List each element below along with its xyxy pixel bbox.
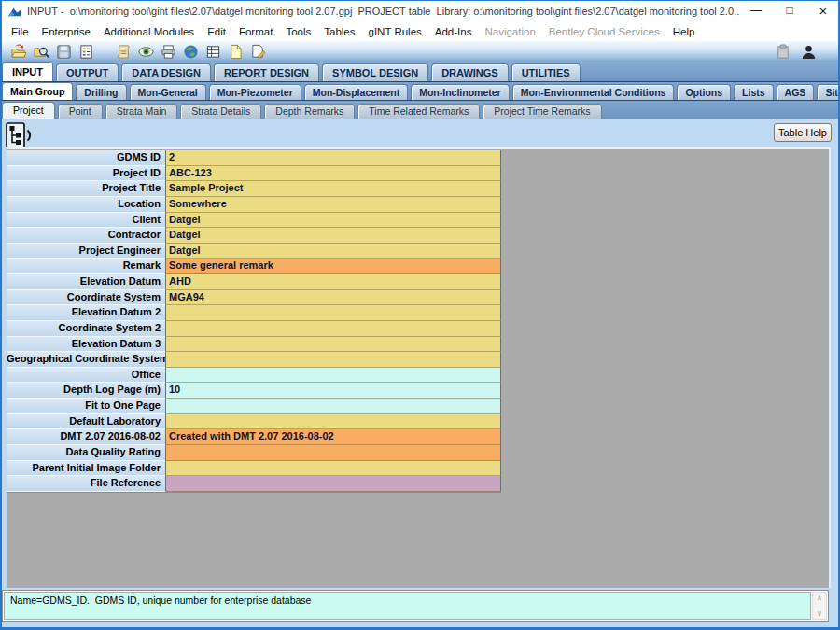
field-value-project-engineer[interactable]: Datgel — [165, 244, 501, 259]
table-hierarchy-icon[interactable] — [5, 121, 33, 149]
table-tab-time-related-remarks[interactable]: Time Related Remarks — [357, 104, 480, 119]
table-tab-strata-details[interactable]: Strata Details — [180, 104, 261, 119]
menu-item-enterprise[interactable]: Enterprise — [35, 26, 97, 37]
field-value-location[interactable]: Somewhere — [165, 197, 501, 213]
scroll-down-icon[interactable]: ∨ — [813, 609, 826, 619]
field-value-data-quality-rating[interactable] — [165, 445, 501, 461]
table-help-button[interactable]: Table Help — [774, 123, 832, 142]
field-value-office[interactable] — [165, 368, 501, 384]
message-panel: Name=GDMS_ID. GDMS ID, unique number for… — [2, 590, 829, 622]
save-icon[interactable] — [52, 42, 75, 61]
table-tab-strata-main[interactable]: Strata Main — [105, 104, 178, 119]
field-value-file-reference[interactable] — [165, 476, 501, 492]
field-value-depth-log-page-m[interactable]: 10 — [165, 383, 501, 399]
script-icon[interactable] — [112, 42, 134, 61]
gint-logo-icon — [7, 5, 21, 19]
workspace-panel: GDMS ID2Project IDABC-123Project TitleSa… — [7, 147, 831, 588]
browse-preview-icon[interactable] — [30, 42, 52, 61]
close-button[interactable]: × — [806, 0, 840, 22]
field-label-geographical-coordinate-system: Geographical Coordinate System — [7, 352, 165, 368]
field-value-contractor[interactable]: Datgel — [165, 228, 501, 244]
form-row-gdms-id: GDMS ID2 — [7, 150, 501, 166]
group-tab-mon-inclinometer[interactable]: Mon-Inclinometer — [411, 84, 510, 100]
menu-item-gint-rules[interactable]: gINT Rules — [361, 26, 427, 37]
design-tab-symbol-design[interactable]: SYMBOL DESIGN — [322, 63, 428, 81]
field-value-gdms-id[interactable]: 2 — [165, 150, 501, 166]
report-list-icon[interactable] — [75, 42, 97, 61]
menu-item-edit[interactable]: Edit — [201, 26, 232, 37]
group-tab-mon-displacement[interactable]: Mon-Displacement — [304, 84, 408, 100]
field-value-default-laboratory[interactable] — [165, 414, 501, 430]
new-document-icon[interactable] — [224, 42, 246, 61]
field-label-elevation-datum-3: Elevation Datum 3 — [7, 337, 165, 353]
toolbar — [0, 41, 840, 62]
field-value-coordinate-system[interactable]: MGA94 — [165, 290, 501, 306]
edit-document-icon[interactable] — [246, 42, 269, 61]
maximize-button[interactable]: □ — [773, 0, 806, 22]
window-controls: — □ × — [739, 0, 840, 22]
field-label-project-title: Project Title — [7, 181, 165, 197]
group-tab-mon-general[interactable]: Mon-General — [130, 84, 206, 100]
print-icon[interactable] — [157, 42, 179, 61]
design-tab-utilities[interactable]: UTILITIES — [511, 63, 581, 81]
field-value-parent-initial-image-folder[interactable] — [165, 461, 501, 477]
field-value-remark[interactable]: Some general remark — [165, 259, 501, 274]
clipboard-icon[interactable] — [771, 42, 793, 61]
design-tab-report-design[interactable]: REPORT DESIGN — [214, 63, 319, 81]
menu-item-help[interactable]: Help — [666, 26, 702, 37]
group-tab-ags[interactable]: AGS — [777, 84, 815, 100]
minimize-button[interactable]: — — [739, 0, 773, 22]
design-tab-drawings[interactable]: DRAWINGS — [431, 63, 509, 81]
menu-item-add-ins[interactable]: Add-Ins — [428, 26, 479, 37]
field-label-elevation-datum: Elevation Datum — [7, 274, 165, 290]
design-tab-data-design[interactable]: DATA DESIGN — [121, 63, 211, 81]
field-value-fit-to-one-page[interactable] — [165, 399, 501, 414]
form-row-default-laboratory: Default Laboratory — [7, 414, 501, 430]
menu-item-tools[interactable]: Tools — [279, 26, 317, 37]
globe-icon[interactable] — [179, 42, 202, 61]
design-tab-input[interactable]: INPUT — [2, 62, 53, 81]
user-icon[interactable] — [797, 42, 819, 61]
field-value-elevation-datum-2[interactable] — [165, 305, 501, 321]
design-tab-output[interactable]: OUTPUT — [56, 63, 119, 81]
form-row-project-engineer: Project EngineerDatgel — [7, 244, 501, 259]
field-value-elevation-datum-3[interactable] — [165, 337, 501, 353]
group-tab-row: Main GroupDrillingMon-GeneralMon-Piezome… — [0, 82, 840, 101]
table-tab-row: ProjectPointStrata MainStrata DetailsDep… — [0, 101, 840, 119]
table-properties-icon[interactable] — [202, 42, 224, 61]
form-row-coordinate-system-2: Coordinate System 2 — [7, 321, 501, 337]
group-tab-lists[interactable]: Lists — [734, 84, 774, 100]
menu-item-file[interactable]: File — [5, 26, 35, 37]
title-bar: INPUT - o:\monitoring tool\gint files\2.… — [0, 0, 840, 22]
table-tab-point[interactable]: Point — [58, 104, 103, 119]
field-value-project-title[interactable]: Sample Project — [165, 181, 501, 197]
field-value-client[interactable]: Datgel — [165, 213, 501, 229]
group-tab-mon-environmental-conditions[interactable]: Mon-Environmental Conditions — [512, 84, 675, 100]
field-label-contractor: Contractor — [7, 228, 165, 244]
group-tab-main-group[interactable]: Main Group — [2, 82, 73, 100]
field-value-geographical-coordinate-system[interactable] — [165, 352, 501, 368]
menu-item-navigation: Navigation — [478, 26, 541, 37]
field-value-dmt-2-07-2016-08-02[interactable]: Created with DMT 2.07 2016-08-02 — [165, 429, 501, 445]
field-value-coordinate-system-2[interactable] — [165, 321, 501, 337]
group-tab-mon-piezometer[interactable]: Mon-Piezometer — [209, 84, 301, 100]
group-tab-site-map[interactable]: Site Map — [817, 84, 840, 100]
form-row-project-id: Project IDABC-123 — [7, 166, 501, 182]
table-tab-project[interactable]: Project — [2, 102, 55, 119]
window-title: INPUT - o:\monitoring tool\gint files\2.… — [27, 6, 739, 17]
field-value-elevation-datum[interactable]: AHD — [165, 274, 501, 290]
group-tab-options[interactable]: Options — [677, 84, 731, 100]
message-scrollbar[interactable]: ∧ ∨ — [812, 592, 827, 620]
menu-item-format[interactable]: Format — [232, 26, 279, 37]
menu-item-tables[interactable]: Tables — [317, 26, 361, 37]
scroll-up-icon[interactable]: ∧ — [813, 593, 826, 603]
group-tab-drilling[interactable]: Drilling — [76, 84, 126, 100]
field-label-file-reference: File Reference — [7, 476, 165, 492]
open-project-icon[interactable] — [7, 42, 30, 61]
form-row-fit-to-one-page: Fit to One Page — [7, 399, 501, 414]
table-tab-project-time-remarks[interactable]: Project Time Remarks — [483, 104, 601, 119]
table-tab-depth-remarks[interactable]: Depth Remarks — [264, 104, 355, 119]
field-value-project-id[interactable]: ABC-123 — [165, 166, 501, 182]
menu-item-additional-modules[interactable]: Additional Modules — [97, 26, 201, 37]
preview-eye-icon[interactable] — [134, 42, 157, 61]
